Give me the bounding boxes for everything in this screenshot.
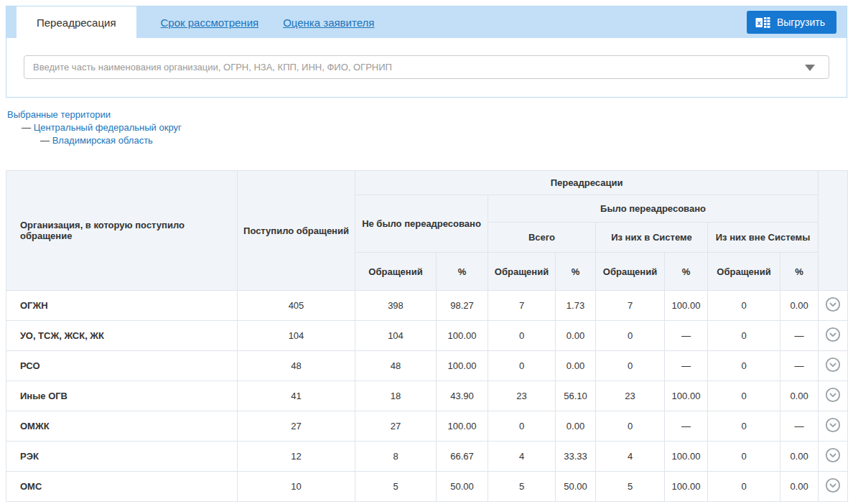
not-forwarded-pct-cell: 100.00 [437,351,488,381]
table-row: Иные ОГВ 41 18 43.90 23 56.10 23 100.00 … [6,381,848,411]
territory-link-vladimirskaya[interactable]: Владимирская область [52,135,153,146]
territory-item: — Владимирская область [7,134,853,147]
tab-pereadresaciya[interactable]: Переадресация [17,6,136,38]
chevron-down-circle-icon [825,297,841,312]
header-percent: % [780,253,819,291]
tab-bar: Переадресация Срок рассмотрения Оценка з… [6,6,847,38]
expand-row-button[interactable] [825,447,841,463]
table-row: РЭК 12 8 66.67 4 33.33 4 100.00 0 0.00 [6,442,848,472]
not-forwarded-count-cell: 18 [355,381,437,411]
not-forwarded-count-cell: 5 [355,472,437,502]
chevron-down-circle-icon [825,417,841,433]
tab-srok-rassmotreniya[interactable]: Срок рассмотрения [161,6,259,38]
out-system-pct-cell: 0.00 [780,442,819,472]
expand-row-button[interactable] [825,357,841,373]
chevron-down-circle-icon [825,477,841,493]
expand-row-button[interactable] [825,327,841,342]
total-pct-cell: 0.00 [556,351,596,381]
in-system-pct-cell: — [665,411,708,442]
in-system-pct-cell: 100.00 [665,291,708,321]
in-system-pct-cell: — [665,351,708,381]
export-button[interactable]: x Выгрузить [747,11,836,34]
not-forwarded-pct-cell: 50.00 [437,472,488,502]
total-count-cell: 23 [488,381,556,411]
filter-panel: Переадресация Срок рассмотрения Оценка з… [6,6,847,98]
not-forwarded-pct-cell: 66.67 [437,442,488,472]
header-percent: % [556,253,596,291]
redirections-table: Организация, в которую поступило обращен… [6,170,848,502]
total-pct-cell: 0.00 [556,321,596,351]
out-system-count-cell: 0 [708,351,780,381]
header-org: Организация, в которую поступило обращен… [6,171,238,291]
not-forwarded-pct-cell: 98.27 [437,291,488,321]
out-system-pct-cell: 0.00 [780,381,819,411]
in-system-count-cell: 7 [596,291,665,321]
expand-row-button[interactable] [825,417,841,433]
header-actions [819,171,848,291]
territory-dash: — [22,122,31,133]
not-forwarded-count-cell: 48 [355,351,437,381]
out-system-pct-cell: 0.00 [780,472,819,502]
tab-ocenka-zayavitelya[interactable]: Оценка заявителя [283,6,374,38]
header-not-forwarded: Не было переадресовано [355,195,488,253]
total-count-cell: 0 [488,411,556,442]
header-percent: % [437,253,488,291]
out-system-count-cell: 0 [708,291,780,321]
out-system-count-cell: 0 [708,442,780,472]
org-cell: Иные ОГВ [6,381,238,411]
out-system-count-cell: 0 [708,321,780,351]
header-forwarded: Было переадресовано [488,195,819,223]
header-appeals: Обращений [355,253,437,291]
org-cell: РСО [6,351,238,381]
total-count-cell: 0 [488,321,556,351]
total-pct-cell: 1.73 [556,291,596,321]
table-body: ОГЖН 405 398 98.27 7 1.73 7 100.00 0 0.0… [6,291,848,502]
out-system-count-cell: 0 [708,472,780,502]
table-row: РСО 48 48 100.00 0 0.00 0 — 0 — [6,351,848,381]
tab-label: Оценка заявителя [283,17,374,29]
chevron-down-circle-icon [825,357,841,373]
not-forwarded-pct-cell: 100.00 [437,321,488,351]
org-search-input[interactable] [24,55,829,79]
territory-item: — Центральный федеральный округ [7,121,853,134]
header-percent: % [665,253,708,291]
out-system-pct-cell: — [780,351,819,381]
received-cell: 12 [238,442,355,472]
header-received: Поступило обращений [238,171,355,291]
territory-link-cfo[interactable]: Центральный федеральный округ [34,122,182,133]
tab-label: Срок рассмотрения [161,17,259,29]
out-system-count-cell: 0 [708,381,780,411]
search-row [6,38,847,97]
header-appeals: Обращений [596,253,665,291]
table-row: ОМС 10 5 50.00 5 50.00 5 100.00 0 0.00 [6,472,848,502]
expand-row-button[interactable] [825,297,841,312]
out-system-pct-cell: — [780,411,819,442]
in-system-pct-cell: — [665,321,708,351]
excel-icon: x [755,17,770,29]
received-cell: 41 [238,381,355,411]
org-cell: ОГЖН [6,291,238,321]
in-system-count-cell: 23 [596,381,665,411]
org-cell: ОМС [6,472,238,502]
expand-row-button[interactable] [825,387,841,403]
expand-row-button[interactable] [825,477,841,493]
header-total: Всего [488,223,596,253]
svg-text:x: x [757,18,761,26]
header-out-system: Из них вне Системы [708,223,819,253]
in-system-pct-cell: 100.00 [665,381,708,411]
out-system-pct-cell: 0.00 [780,291,819,321]
in-system-pct-cell: 100.00 [665,442,708,472]
table-row: УО, ТСЖ, ЖСК, ЖК 104 104 100.00 0 0.00 0… [6,321,848,351]
chevron-down-circle-icon [825,387,841,403]
territories-title[interactable]: Выбранные территории [7,108,853,121]
in-system-count-cell: 5 [596,472,665,502]
total-count-cell: 7 [488,291,556,321]
dropdown-caret-icon[interactable] [805,65,815,71]
out-system-count-cell: 0 [708,411,780,442]
total-pct-cell: 0.00 [556,411,596,442]
header-in-system: Из них в Системе [596,223,708,253]
header-redirections: Переадресации [355,171,819,195]
chevron-down-circle-icon [825,327,841,342]
total-pct-cell: 56.10 [556,381,596,411]
total-pct-cell: 33.33 [556,442,596,472]
